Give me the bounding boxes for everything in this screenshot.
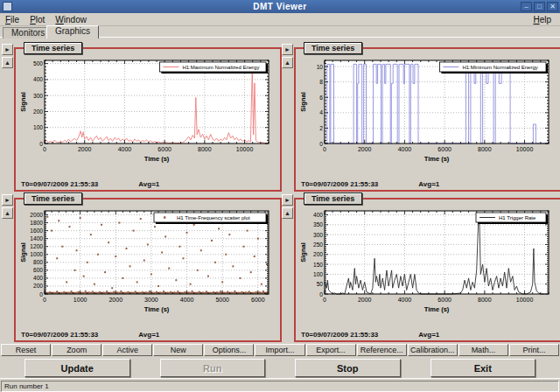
menu-file[interactable]: File bbox=[0, 15, 24, 24]
svg-text:10: 10 bbox=[317, 64, 324, 70]
scatter-point bbox=[242, 291, 243, 293]
pane1-tab-time-series[interactable]: Time series bbox=[24, 42, 82, 54]
scatter-point bbox=[113, 291, 115, 293]
export-button[interactable]: Export... bbox=[306, 344, 356, 356]
plot-pane-4: Time series 0200040006000800010000050100… bbox=[294, 198, 560, 342]
scatter-point bbox=[51, 230, 52, 232]
scatter-point bbox=[225, 254, 227, 256]
new-button[interactable]: New bbox=[153, 344, 203, 356]
math-button[interactable]: Math... bbox=[458, 344, 508, 356]
pane3-popout-arrow-icon[interactable]: ► bbox=[2, 194, 13, 206]
menu-help[interactable]: Help bbox=[528, 15, 556, 24]
pane2-chart-canvas[interactable]: 02000400060008000100000246810Time (s)Sig… bbox=[298, 56, 554, 166]
pane3-chart-canvas[interactable]: 0100020003000400050006000020040060080010… bbox=[18, 206, 274, 317]
scatter-point bbox=[173, 291, 175, 293]
pane4-chart-canvas[interactable]: 0200040006000800010000050100150200250300… bbox=[298, 206, 554, 317]
scatter-point bbox=[227, 291, 228, 293]
pane2-popout-arrow-icon[interactable]: ► bbox=[282, 44, 293, 55]
pane2-raise-arrow-icon[interactable]: ▲ bbox=[282, 57, 293, 68]
menu-window[interactable]: Window bbox=[50, 15, 92, 24]
scatter-point bbox=[61, 246, 63, 248]
scatter-point bbox=[56, 257, 58, 259]
pane3-tab-time-series[interactable]: Time series bbox=[24, 192, 82, 205]
scatter-point bbox=[127, 291, 129, 293]
scatter-point bbox=[76, 249, 78, 251]
svg-text:150: 150 bbox=[313, 262, 323, 268]
scatter-point bbox=[66, 292, 68, 294]
import-button[interactable]: Import... bbox=[255, 344, 304, 356]
scatter-point bbox=[154, 226, 156, 228]
legend-label: H1 Time-Frequency scatter plot bbox=[177, 215, 250, 220]
pane1-popout-arrow-icon[interactable]: ► bbox=[2, 44, 13, 55]
svg-text:50: 50 bbox=[317, 281, 324, 287]
scatter-point bbox=[90, 234, 92, 235]
reset-button[interactable]: Reset bbox=[1, 344, 51, 356]
svg-text:250: 250 bbox=[313, 242, 323, 248]
zoom-button[interactable]: Zoom bbox=[52, 344, 102, 356]
pane3-avg-label: Avg=1 bbox=[138, 331, 159, 339]
pane4-raise-arrow-icon[interactable]: ▲ bbox=[282, 207, 293, 219]
stop-button[interactable]: Stop bbox=[295, 359, 401, 377]
scatter-point bbox=[99, 291, 101, 293]
options-button[interactable]: Options... bbox=[204, 344, 254, 356]
scatter-point bbox=[188, 292, 190, 294]
scatter-point bbox=[178, 246, 180, 248]
pane4-popout-arrow-icon[interactable]: ► bbox=[282, 194, 293, 206]
scatter-point bbox=[101, 224, 102, 226]
pane1-chart-canvas[interactable]: 02000400060008000100000100200300400500Ti… bbox=[18, 56, 274, 166]
scatter-point bbox=[221, 281, 223, 283]
scatter-point bbox=[168, 268, 170, 270]
action-button-row: Update Run Stop Exit bbox=[0, 359, 560, 377]
svg-text:400: 400 bbox=[33, 76, 43, 82]
svg-text:6000: 6000 bbox=[158, 146, 172, 152]
pane2-tab-time-series[interactable]: Time series bbox=[304, 42, 362, 54]
svg-text:0: 0 bbox=[319, 291, 323, 298]
scatter-point bbox=[108, 242, 109, 243]
svg-text:400: 400 bbox=[313, 212, 323, 218]
scatter-point bbox=[147, 243, 149, 245]
scatter-point bbox=[94, 284, 95, 285]
pane4-tab-time-series[interactable]: Time series bbox=[304, 192, 362, 205]
scatter-point bbox=[206, 290, 207, 292]
scatter-point bbox=[218, 228, 220, 229]
close-button[interactable]: ✕ bbox=[547, 2, 558, 11]
pane1-t0-label: T0=09/07/2009 21:55:33 bbox=[21, 180, 98, 188]
scatter-point bbox=[135, 290, 136, 292]
title-bar[interactable]: DMT Viewer – □ ✕ bbox=[0, 0, 560, 13]
reference-button[interactable]: Reference... bbox=[357, 344, 407, 356]
scatter-point bbox=[163, 290, 164, 292]
maximize-button[interactable]: □ bbox=[534, 2, 545, 11]
plot-toolbar: Reset Zoom Active New Options... Import.… bbox=[1, 344, 559, 356]
scatter-point bbox=[245, 291, 247, 293]
minimize-button[interactable]: – bbox=[521, 2, 532, 11]
scatter-point bbox=[68, 226, 70, 228]
calibration-button[interactable]: Calibration... bbox=[408, 344, 458, 356]
scatter-point bbox=[130, 265, 131, 267]
pane3-raise-arrow-icon[interactable]: ▲ bbox=[2, 207, 13, 219]
update-button[interactable]: Update bbox=[24, 359, 130, 377]
x-axis-title: Time (s) bbox=[144, 155, 170, 163]
scatter-point bbox=[80, 217, 81, 219]
pane1-footer: T0=09/07/2009 21:55:33 Avg=1 bbox=[21, 180, 276, 189]
svg-text:2000: 2000 bbox=[358, 146, 372, 152]
scatter-point bbox=[70, 290, 72, 292]
active-button[interactable]: Active bbox=[102, 344, 152, 356]
svg-text:0: 0 bbox=[39, 291, 43, 298]
pane3-t0-label: T0=09/07/2009 21:55:33 bbox=[21, 331, 98, 339]
scatter-point bbox=[136, 281, 138, 283]
tab-graphics[interactable]: Graphics bbox=[46, 25, 99, 38]
svg-text:0: 0 bbox=[323, 297, 326, 303]
y-axis-title: Signal bbox=[299, 92, 307, 112]
print-button[interactable]: Print... bbox=[509, 344, 559, 356]
scatter-point bbox=[118, 222, 120, 224]
scatter-point bbox=[256, 291, 257, 293]
status-bar: Run number 1 bbox=[0, 378, 560, 392]
svg-text:300: 300 bbox=[33, 93, 43, 99]
scatter-point bbox=[142, 291, 144, 293]
menu-plot[interactable]: Plot bbox=[24, 15, 50, 24]
exit-button[interactable]: Exit bbox=[430, 359, 536, 377]
run-button[interactable]: Run bbox=[160, 359, 266, 377]
svg-text:350: 350 bbox=[313, 221, 323, 228]
pane1-raise-arrow-icon[interactable]: ▲ bbox=[2, 57, 13, 68]
scatter-point bbox=[120, 290, 122, 292]
